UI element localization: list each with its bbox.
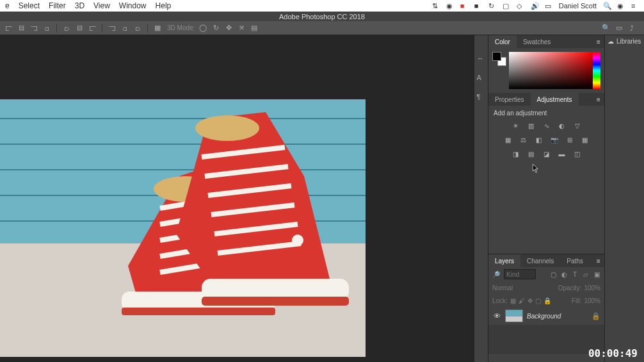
filter-pixel-icon[interactable]: ▢ [549, 270, 557, 278]
threshold-icon[interactable]: ◪ [542, 149, 552, 159]
invert-icon[interactable]: ◨ [511, 149, 521, 159]
fill-value[interactable]: 100% [584, 297, 600, 304]
opacity-value[interactable]: 100% [584, 284, 600, 292]
workspace-icon[interactable]: ▭ [615, 24, 624, 33]
lock-position-icon[interactable]: ✥ [527, 297, 533, 304]
hue-strip[interactable] [593, 52, 600, 89]
color-picker[interactable] [509, 52, 600, 89]
hue-sat-icon[interactable]: ▦ [503, 135, 513, 145]
rotate-icon[interactable]: ↻ [211, 24, 220, 33]
orbit-icon[interactable]: ◯ [198, 24, 207, 33]
options-bar: ⫍ ⊟ ⫎ ⫏ ⫐ ⊟ ⫍ ⫎ ⫏ ⫐ ▦ 3D Mode: ◯ ↻ ✥ ⤧ ▤… [0, 21, 644, 35]
color-lookup-icon[interactable]: ▦ [580, 135, 590, 145]
align-center-h-icon[interactable]: ⊟ [17, 24, 26, 33]
bw-icon[interactable]: ◧ [534, 135, 544, 145]
color-field[interactable] [509, 52, 593, 89]
distribute2-icon[interactable]: ⫐ [133, 24, 142, 33]
auto-align-icon[interactable]: ▦ [153, 24, 162, 33]
menu-item[interactable]: e [5, 1, 10, 10]
visibility-icon[interactable]: 👁 [492, 311, 501, 320]
panel-menu-icon[interactable]: ≡ [593, 93, 604, 106]
history-icon[interactable]: ↔ [477, 54, 486, 63]
tab-swatches[interactable]: Swatches [517, 35, 557, 48]
svg-rect-13 [202, 297, 349, 306]
posterize-icon[interactable]: ▤ [526, 149, 536, 159]
mac-menubar: e Select Filter 3D View Window Help ⇅ ◉ … [0, 0, 644, 12]
align-center-v-icon[interactable]: ⊟ [75, 24, 84, 33]
filter-shape-icon[interactable]: ▱ [582, 270, 590, 278]
tab-color[interactable]: Color [488, 35, 517, 48]
tab-paths[interactable]: Paths [560, 254, 590, 267]
distribute-icon[interactable]: ⫏ [120, 24, 129, 33]
menu-item[interactable]: Help [156, 1, 172, 10]
user-name[interactable]: Daniel Scott [559, 2, 597, 10]
filter-type-icon[interactable]: T [571, 270, 579, 278]
align-bottom-icon[interactable]: ⫐ [62, 24, 71, 33]
canvas-area[interactable] [0, 35, 474, 362]
notifications-icon[interactable]: ≡ [631, 2, 639, 10]
pan-icon[interactable]: ✥ [224, 24, 233, 33]
panel-menu-icon[interactable]: ≡ [593, 254, 604, 267]
layer-row[interactable]: 👁 Background 🔒 [488, 307, 604, 325]
channel-mixer-icon[interactable]: ⊞ [565, 135, 575, 145]
gradient-map-icon[interactable]: ▬ [557, 149, 567, 159]
record-icon[interactable]: ■ [460, 2, 468, 10]
menu-item[interactable]: Filter [49, 1, 66, 10]
scale-icon[interactable]: ▤ [250, 24, 259, 33]
paragraph-icon[interactable]: ¶ [477, 93, 486, 102]
tab-channels[interactable]: Channels [520, 254, 560, 267]
menu-item[interactable]: 3D [75, 1, 85, 10]
vibrance-icon[interactable]: ▽ [572, 120, 583, 131]
tab-adjustments[interactable]: Adjustments [531, 93, 579, 106]
status-icon[interactable]: ■ [474, 2, 482, 10]
curves-icon[interactable]: ∿ [542, 120, 552, 131]
filter-adjust-icon[interactable]: ◐ [560, 270, 568, 278]
color-balance-icon[interactable]: ⚖ [519, 135, 529, 145]
filter-smart-icon[interactable]: ▣ [593, 270, 600, 278]
filter-kind-input[interactable] [504, 269, 536, 279]
dropbox-icon[interactable]: ⇅ [432, 2, 440, 10]
exposure-icon[interactable]: ◐ [557, 120, 567, 131]
volume-icon[interactable]: 🔊 [531, 2, 538, 10]
lock-icon[interactable]: 🔒 [592, 312, 600, 320]
lock-artboard-icon[interactable]: ▢ [535, 297, 541, 304]
slide-icon[interactable]: ⤧ [237, 24, 246, 33]
canvas-image[interactable] [0, 99, 366, 357]
levels-icon[interactable]: ▥ [526, 120, 536, 131]
cc-icon[interactable]: ◉ [446, 2, 454, 10]
character-icon[interactable]: A [477, 74, 486, 83]
tab-layers[interactable]: Layers [488, 254, 520, 267]
menu-item[interactable]: Window [119, 1, 147, 10]
fg-color[interactable] [492, 52, 501, 61]
layer-thumbnail[interactable] [505, 309, 523, 322]
align-left-icon[interactable]: ⫍ [4, 24, 13, 33]
selective-color-icon[interactable]: ◫ [572, 149, 583, 159]
align-top-icon[interactable]: ⫏ [42, 24, 51, 33]
panel-menu-icon[interactable]: ≡ [593, 35, 604, 48]
fg-bg-swatch[interactable] [492, 52, 506, 66]
align-right-icon[interactable]: ⫎ [29, 24, 38, 33]
airplay-icon[interactable]: ▢ [503, 2, 510, 10]
distribute-h-icon[interactable]: ⫍ [88, 24, 97, 33]
share-icon[interactable]: ⤴ [627, 24, 636, 33]
lock-all-icon[interactable]: 🔒 [543, 297, 551, 304]
layer-name[interactable]: Background [527, 313, 561, 320]
titlebar: Adobe Photoshop CC 2018 [0, 12, 644, 21]
lock-image-icon[interactable]: 🖌 [519, 297, 525, 304]
time-machine-icon[interactable]: ↻ [488, 2, 496, 10]
menu-item[interactable]: Select [19, 1, 40, 10]
wifi-icon[interactable]: ◇ [517, 2, 524, 10]
menu-item[interactable]: View [93, 1, 110, 10]
lock-transparent-icon[interactable]: ▦ [510, 297, 516, 304]
battery-icon[interactable]: ▭ [545, 2, 552, 10]
brightness-icon[interactable]: ☀ [511, 120, 521, 131]
tab-properties[interactable]: Properties [488, 93, 531, 106]
search-icon[interactable]: 🔍 [602, 24, 611, 33]
spotlight-icon[interactable]: 🔍 [603, 2, 611, 10]
siri-icon[interactable]: ◉ [617, 2, 625, 10]
photo-filter-icon[interactable]: 📷 [549, 135, 559, 145]
blend-mode-select[interactable]: Normal [492, 284, 556, 292]
distribute-v-icon[interactable]: ⫎ [108, 24, 117, 33]
tab-libraries[interactable]: ☁ Libraries [605, 35, 643, 47]
filter-search-icon[interactable]: 🔎 [492, 271, 500, 278]
